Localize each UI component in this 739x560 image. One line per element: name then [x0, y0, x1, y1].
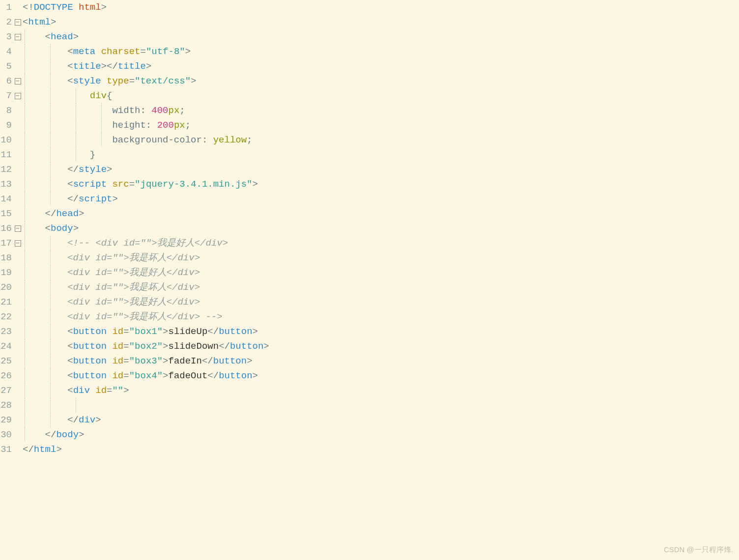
- line-number: 11: [0, 147, 13, 162]
- code-line: <button id="box4">fadeOut</button>: [23, 368, 739, 383]
- code-line: </head>: [23, 206, 739, 221]
- line-number: 13: [0, 177, 13, 192]
- line-number: 29: [0, 413, 13, 427]
- line-number: 16: [0, 221, 13, 236]
- code-line: <title></title>: [23, 59, 739, 74]
- line-number: 28: [0, 398, 13, 413]
- code-line: <!DOCTYPE html>: [23, 0, 739, 15]
- code-line: </div>: [23, 413, 739, 427]
- fold-cell: [13, 206, 23, 221]
- line-number: 5: [0, 59, 13, 74]
- code-line: <script src="jquery-3.4.1.min.js">: [23, 177, 739, 192]
- line-number: 20: [0, 280, 13, 295]
- code-line: <button id="box1">slideUp</button>: [23, 324, 739, 339]
- line-number: 24: [0, 339, 13, 354]
- code-line: <html>: [23, 15, 739, 29]
- fold-cell: [13, 133, 23, 147]
- code-line: height: 200px;: [23, 118, 739, 133]
- code-area: <!DOCTYPE html><html> <head> <meta chars…: [23, 0, 739, 457]
- fold-cell: [13, 354, 23, 368]
- fold-cell: [13, 59, 23, 74]
- code-line: <button id="box2">slideDown</button>: [23, 339, 739, 354]
- fold-cell: −: [13, 15, 23, 29]
- line-number: 8: [0, 103, 13, 118]
- code-line: }: [23, 147, 739, 162]
- code-line: div{: [23, 88, 739, 103]
- line-number: 1: [0, 0, 13, 15]
- line-number: 18: [0, 251, 13, 265]
- fold-minus-icon[interactable]: −: [15, 34, 21, 40]
- fold-minus-icon[interactable]: −: [15, 78, 21, 84]
- code-line: background-color: yellow;: [23, 133, 739, 147]
- fold-minus-icon[interactable]: −: [15, 240, 21, 247]
- fold-cell: [13, 427, 23, 442]
- fold-cell: [13, 413, 23, 427]
- code-line: </style>: [23, 162, 739, 177]
- code-line: </html>: [23, 442, 739, 457]
- line-number: 2: [0, 15, 13, 29]
- line-number: 10: [0, 133, 13, 147]
- line-number: 19: [0, 265, 13, 280]
- fold-cell: [13, 280, 23, 295]
- code-line: <div id="">我是坏人</div> -->: [23, 309, 739, 324]
- fold-cell: [13, 368, 23, 383]
- fold-minus-icon[interactable]: −: [15, 19, 21, 26]
- code-line: </body>: [23, 427, 739, 442]
- line-number: 25: [0, 354, 13, 368]
- code-line: <div id="">我是坏人</div>: [23, 280, 739, 295]
- code-line: <div id="">我是好人</div>: [23, 265, 739, 280]
- line-number: 22: [0, 309, 13, 324]
- line-number: 30: [0, 427, 13, 442]
- fold-cell: [13, 44, 23, 59]
- fold-cell: [13, 442, 23, 457]
- fold-cell: −: [13, 74, 23, 88]
- code-line: <div id="">我是坏人</div>: [23, 251, 739, 265]
- line-number: 7: [0, 88, 13, 103]
- fold-cell: [13, 118, 23, 133]
- fold-cell: [13, 324, 23, 339]
- fold-cell: [13, 192, 23, 206]
- line-number: 26: [0, 368, 13, 383]
- fold-cell: [13, 398, 23, 413]
- fold-cell: [13, 339, 23, 354]
- fold-cell: [13, 147, 23, 162]
- code-line: <meta charset="utf-8">: [23, 44, 739, 59]
- code-line: <head>: [23, 29, 739, 44]
- code-line: width: 400px;: [23, 103, 739, 118]
- line-number: 17: [0, 236, 13, 251]
- code-line: <style type="text/css">: [23, 74, 739, 88]
- fold-cell: [13, 265, 23, 280]
- code-line: <div id="">我是好人</div>: [23, 295, 739, 309]
- fold-minus-icon[interactable]: −: [15, 225, 21, 232]
- code-line: <body>: [23, 221, 739, 236]
- fold-cell: [13, 309, 23, 324]
- line-number: 12: [0, 162, 13, 177]
- line-number: 21: [0, 295, 13, 309]
- fold-cell: [13, 0, 23, 15]
- fold-gutter: −−−−−−: [13, 0, 23, 457]
- line-number: 31: [0, 442, 13, 457]
- code-line: <button id="box3">fadeIn</button>: [23, 354, 739, 368]
- code-line: <div id="">: [23, 383, 739, 398]
- line-number: 3: [0, 29, 13, 44]
- fold-cell: −: [13, 29, 23, 44]
- line-number: 27: [0, 383, 13, 398]
- line-number: 14: [0, 192, 13, 206]
- line-number-gutter: 1234567891011121314151617181920212223242…: [0, 0, 13, 457]
- fold-cell: −: [13, 88, 23, 103]
- fold-cell: [13, 103, 23, 118]
- line-number: 9: [0, 118, 13, 133]
- fold-cell: [13, 162, 23, 177]
- fold-cell: −: [13, 221, 23, 236]
- line-number: 23: [0, 324, 13, 339]
- code-line: [23, 398, 739, 413]
- line-number: 4: [0, 44, 13, 59]
- fold-cell: [13, 383, 23, 398]
- fold-cell: [13, 295, 23, 309]
- fold-cell: [13, 177, 23, 192]
- code-line: </script>: [23, 192, 739, 206]
- code-line: <!-- <div id="">我是好人</div>: [23, 236, 739, 251]
- line-number: 15: [0, 206, 13, 221]
- fold-minus-icon[interactable]: −: [15, 93, 21, 99]
- fold-cell: −: [13, 236, 23, 251]
